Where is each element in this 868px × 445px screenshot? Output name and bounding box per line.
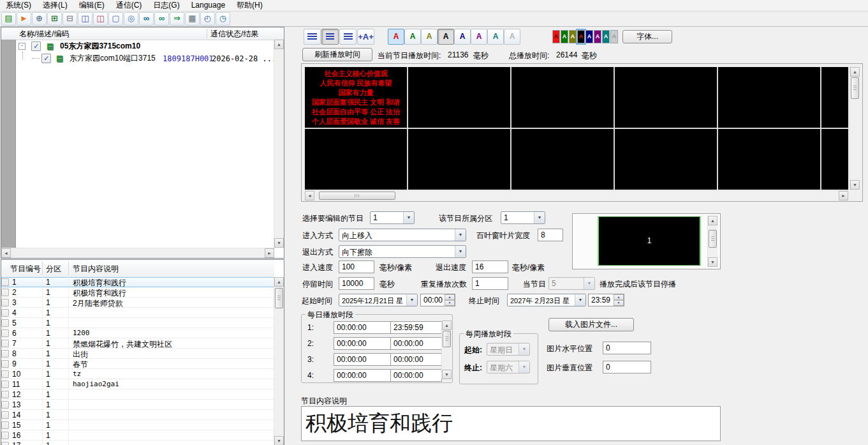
table-row[interactable]: 121 <box>1 389 274 400</box>
stay-time-input[interactable] <box>339 277 374 290</box>
send-program-button[interactable]: ⊞ <box>47 12 62 26</box>
scroll-thumb[interactable] <box>443 331 451 347</box>
schedule-button[interactable]: ◴ <box>200 12 215 26</box>
row-checkbox[interactable] <box>1 411 9 419</box>
send-all-button[interactable]: ⊟ <box>63 12 77 26</box>
bg-color-button-3[interactable]: A <box>569 30 577 43</box>
table-row[interactable]: 111haojiao2gai <box>1 379 274 389</box>
bg-color-button-4[interactable]: A <box>577 30 585 43</box>
scroll-up-icon[interactable]: ▲ <box>850 67 860 77</box>
daily-from-input[interactable] <box>334 369 391 382</box>
row-checkbox[interactable] <box>1 309 9 317</box>
table-vscrollbar[interactable]: ▲ ▼ <box>274 277 284 445</box>
bg-color-button-6[interactable]: A <box>594 30 601 43</box>
row-checkbox[interactable] <box>1 360 9 368</box>
scroll-thumb[interactable] <box>709 230 717 248</box>
font-color-button-7[interactable]: A <box>487 29 504 45</box>
tree-root-label[interactable]: 05东方家园3715com10 <box>60 41 140 50</box>
char-size-button[interactable]: +A+ <box>357 29 374 45</box>
menu-item-7[interactable]: 帮助(H) <box>231 0 268 11</box>
daily-to-input[interactable] <box>390 337 442 350</box>
table-row[interactable]: 11积极培育和践行 <box>1 277 274 287</box>
scroll-up-icon[interactable]: ▲ <box>274 277 284 287</box>
row-checkbox[interactable] <box>1 299 9 306</box>
spin-down-icon[interactable]: ▼ <box>445 300 455 306</box>
spin-up-icon[interactable]: ▲ <box>614 294 624 300</box>
bg-color-button-1[interactable]: A <box>552 30 560 43</box>
image-v-input[interactable] <box>603 361 651 373</box>
font-color-button-6[interactable]: A <box>471 29 487 45</box>
chevron-down-icon[interactable]: ▼ <box>534 212 545 223</box>
row-checkbox[interactable] <box>1 340 9 347</box>
table-row[interactable]: 611200 <box>1 328 274 338</box>
daily-from-input[interactable] <box>334 337 391 350</box>
font-color-button-8[interactable]: A <box>504 29 520 45</box>
daily-from-input[interactable] <box>334 353 391 366</box>
bg-color-button-7[interactable]: A <box>602 30 610 43</box>
find-button[interactable]: ∞ <box>139 12 154 26</box>
scroll-down-icon[interactable]: ▼ <box>850 180 860 190</box>
start-time-spinner[interactable]: 00:00 ▲▼ <box>420 294 455 306</box>
menu-item-6[interactable]: Language <box>186 0 231 11</box>
chevron-down-icon[interactable]: ▼ <box>455 246 466 257</box>
daily-vscrollbar[interactable]: ▲ ▼ <box>441 321 452 379</box>
copy-program-button[interactable]: ◫ <box>78 12 92 26</box>
table-row[interactable]: 101tz <box>1 369 274 379</box>
end-date-combo[interactable]: 2027年 2月23日 星▼ <box>507 294 586 306</box>
menu-item-4[interactable]: 通信(C) <box>110 0 148 11</box>
table-row[interactable]: 161 <box>1 430 274 441</box>
scroll-thumb[interactable] <box>319 192 395 200</box>
row-checkbox[interactable] <box>1 421 9 429</box>
timer-button[interactable]: ◷ <box>216 12 230 26</box>
tree-vscrollbar[interactable]: ▲ ▼ <box>274 40 284 248</box>
mini-preview-screen[interactable]: 1 <box>598 216 701 266</box>
table-row[interactable]: 51 <box>1 318 274 328</box>
align-left-button[interactable] <box>304 29 321 45</box>
start-date-combo[interactable]: 2025年12月21日 星▼ <box>339 294 418 306</box>
tree-hscrollbar[interactable]: ◄ ► <box>1 248 274 258</box>
daily-to-input[interactable] <box>390 369 442 382</box>
row-checkbox[interactable] <box>1 319 9 327</box>
font-color-button-5[interactable]: A <box>454 29 471 45</box>
new-file-button[interactable]: ▢ <box>108 12 123 26</box>
led-preview[interactable]: 社会主义核心价值观人民有信仰 民族有希望国家有力量国家层面富强民主 文明 和谐社… <box>305 67 848 190</box>
daily-to-input[interactable] <box>390 353 442 366</box>
weekly-start-combo[interactable]: 星期日▼ <box>487 343 530 356</box>
scroll-up-icon[interactable]: ▲ <box>442 321 452 330</box>
scroll-thumb[interactable] <box>275 288 283 308</box>
network-button[interactable]: ▦ <box>185 12 200 26</box>
description-box[interactable]: 积极培育和践行 <box>301 406 721 441</box>
chevron-down-icon[interactable]: ▼ <box>455 229 466 241</box>
find-device-button[interactable]: ∞ <box>154 12 169 26</box>
font-color-button-4[interactable]: A <box>438 29 454 45</box>
scroll-right-icon[interactable]: ► <box>265 248 274 258</box>
entry-mode-combo[interactable]: 向上移入▼ <box>339 229 466 241</box>
scroll-down-icon[interactable]: ▼ <box>708 257 717 267</box>
send-data-button[interactable]: ⇒ <box>170 12 184 26</box>
font-color-button-3[interactable]: A <box>421 29 438 45</box>
tree-root-checkbox[interactable]: ✓ <box>31 41 41 51</box>
edit-screen-button[interactable]: ► <box>17 12 31 26</box>
menu-item-5[interactable]: 日志(G) <box>147 0 185 11</box>
image-h-input[interactable] <box>603 342 651 354</box>
when-program-combo[interactable]: 5▼ <box>548 277 595 290</box>
row-checkbox[interactable] <box>1 278 9 286</box>
preview-hscrollbar[interactable]: ◄ ► <box>305 190 848 200</box>
tree-child-checkbox[interactable]: ✓ <box>41 54 51 63</box>
align-center-button[interactable] <box>321 29 339 45</box>
daily-from-input[interactable] <box>334 321 391 334</box>
row-checkbox[interactable] <box>1 329 9 337</box>
preview-vscrollbar[interactable]: ▲ ▼ <box>850 67 860 190</box>
scroll-down-icon[interactable]: ▼ <box>274 238 284 248</box>
row-checkbox[interactable] <box>1 381 9 388</box>
tree-child-label[interactable]: 东方家园com10端口3715 <box>70 54 156 63</box>
load-image-button[interactable]: 载入图片文件... <box>548 318 634 331</box>
font-button[interactable]: 字体... <box>622 30 672 43</box>
align-right-button[interactable] <box>339 29 357 45</box>
row-checkbox[interactable] <box>1 442 9 445</box>
row-checkbox[interactable] <box>1 289 9 296</box>
scroll-thumb[interactable] <box>851 77 859 99</box>
daily-to-input[interactable] <box>390 321 442 334</box>
weekly-end-combo[interactable]: 星期六▼ <box>487 361 530 373</box>
font-color-button-2[interactable]: A <box>404 29 421 45</box>
